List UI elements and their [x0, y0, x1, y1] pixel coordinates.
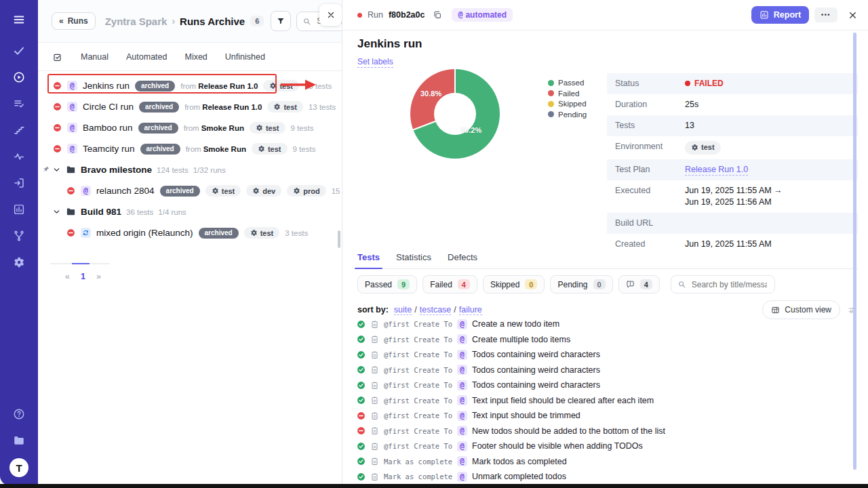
pagination-page-1[interactable]: 1 — [81, 272, 85, 281]
run-title[interactable]: Circle CI run — [83, 102, 134, 112]
legend-item-failed[interactable]: Failed — [548, 89, 587, 98]
tests-search-input[interactable] — [671, 275, 775, 293]
filter-failed-chip[interactable]: Failed4 — [422, 275, 477, 293]
test-title[interactable]: Unmark completed todos — [472, 472, 566, 481]
sidebar-item-list-check-icon[interactable] — [10, 95, 28, 113]
chevron-down-icon[interactable] — [52, 207, 61, 216]
automated-icon: @ — [67, 102, 77, 112]
runs-tab-manual[interactable]: Manual — [81, 52, 108, 62]
left-panel-scrollbar[interactable] — [338, 230, 340, 248]
run-row[interactable]: @Teamcity runarchivedfromSmoke Runtest9 … — [38, 138, 342, 159]
runs-tab-mixed[interactable]: Mixed — [184, 52, 207, 62]
sidebar-item-activity-icon[interactable] — [10, 148, 28, 165]
sidebar-item-import-icon[interactable] — [10, 174, 28, 192]
runs-tab-unfinished[interactable]: Unfinished — [225, 52, 265, 62]
milestone-row[interactable]: Bravo milestone124 tests1/32 runs — [38, 159, 342, 180]
pagination-next-button[interactable]: » — [96, 272, 101, 281]
sidebar-item-branch-icon[interactable] — [10, 227, 28, 245]
detail-tabs: TestsStatisticsDefects — [357, 252, 858, 269]
sidebar-item-bar-chart-icon[interactable] — [10, 201, 28, 218]
milestone-row[interactable]: Build 98136 tests1/4 runs — [38, 201, 342, 222]
filter-skipped-chip[interactable]: Skipped0 — [483, 275, 545, 293]
filter-comments-chip[interactable]: 4 — [618, 275, 660, 293]
test-row[interactable]: @first Create To...@Create a new todo it… — [353, 317, 856, 332]
sidebar-item-gear-icon[interactable] — [10, 253, 28, 271]
run-title: Jenkins run — [357, 37, 422, 51]
tab-statistics[interactable]: Statistics — [396, 252, 431, 262]
test-title[interactable]: Todos containing weird characters — [472, 350, 600, 359]
test-suite-label: @first Create To... — [384, 411, 452, 420]
run-row[interactable]: @Jenkins runarchivedfromRelease Run 1.0t… — [38, 75, 342, 96]
legend-item-skipped[interactable]: Skipped — [548, 100, 587, 108]
run-label: Run — [368, 10, 383, 20]
test-suite-label: @first Create To... — [384, 366, 452, 374]
more-actions-button[interactable]: ••• — [814, 7, 837, 22]
breadcrumb-project[interactable]: Zyntra Spark — [105, 16, 167, 27]
test-title[interactable]: Text input field should be cleared after… — [472, 396, 654, 405]
test-row[interactable]: @first Create To...@Todos containing wei… — [353, 347, 856, 363]
set-labels-link[interactable]: Set labels — [357, 57, 393, 68]
app-logo[interactable]: T — [9, 458, 28, 477]
run-title[interactable]: Bamboo run — [83, 123, 133, 133]
test-row[interactable]: Mark as complete...@Mark todos as comple… — [353, 454, 856, 470]
select-all-icon[interactable] — [52, 52, 63, 62]
runs-tab-automated[interactable]: Automated — [126, 52, 167, 62]
test-title[interactable]: New todos should be added to the bottom … — [472, 426, 665, 436]
test-title[interactable]: Create multiple todo items — [472, 335, 570, 344]
test-title[interactable]: Todos containing weird characters — [472, 380, 600, 390]
legend-item-passed[interactable]: Passed — [548, 79, 587, 87]
chevron-down-icon[interactable] — [52, 165, 61, 174]
sort-by-suite-link[interactable]: suite — [394, 305, 412, 315]
test-title[interactable]: Todos containing weird characters — [472, 365, 600, 375]
close-detail-button[interactable] — [848, 11, 857, 20]
test-row[interactable]: @first Create To...@Text input should be… — [353, 408, 856, 424]
sort-by-testcase-link[interactable]: testcase — [420, 305, 452, 315]
test-row[interactable]: @first Create To...@Create multiple todo… — [353, 332, 856, 348]
tab-tests[interactable]: Tests — [357, 252, 380, 262]
report-button[interactable]: Report — [751, 6, 809, 24]
test-title[interactable]: Footer should be visible when adding TOD… — [472, 441, 643, 451]
sort-by-failure-link[interactable]: failure — [459, 305, 482, 315]
sidebar-item-play-circle-icon[interactable] — [10, 68, 28, 86]
detail-row-executed: ExecutedJun 19, 2025 11:55 AM →Jun 19, 2… — [607, 180, 858, 213]
run-title[interactable]: Teamcity run — [83, 144, 135, 154]
test-title[interactable]: Text input should be trimmed — [472, 411, 580, 420]
run-row[interactable]: mixed origin (Relaunch)archivedtest3 tes… — [38, 222, 342, 243]
test-row[interactable]: @first Create To...@Todos containing wei… — [353, 378, 856, 393]
test-row[interactable]: @first Create To...@Footer should be vis… — [353, 439, 856, 454]
pagination-prev-button[interactable]: « — [65, 272, 70, 281]
automated-icon: @ — [457, 456, 467, 466]
sidebar-item-help-icon[interactable] — [10, 405, 28, 423]
filter-pending-chip[interactable]: Pending0 — [550, 275, 612, 293]
test-row[interactable]: @first Create To...@New todos should be … — [353, 424, 856, 439]
test-row[interactable]: @first Create To...@Text input field sho… — [353, 393, 856, 409]
run-title[interactable]: mixed origin (Relaunch) — [96, 228, 193, 238]
back-to-runs-button[interactable]: « Runs — [52, 12, 96, 30]
test-row[interactable]: @first Create To...@Todos containing wei… — [353, 363, 856, 378]
copy-icon[interactable] — [433, 10, 442, 20]
legend-item-pending[interactable]: Pending — [548, 110, 587, 119]
filter-button[interactable] — [271, 11, 291, 31]
sort-by-label: sort by: — [357, 305, 389, 314]
run-title[interactable]: Jenkins run — [83, 81, 130, 91]
run-row[interactable]: @Circle CI runarchivedfromRelease Run 1.… — [38, 96, 342, 117]
tests-search-field[interactable] — [690, 279, 768, 290]
filter-passed-chip[interactable]: Passed9 — [357, 275, 417, 293]
test-title[interactable]: Mark todos as completed — [472, 457, 567, 466]
sidebar-item-folder-icon[interactable] — [10, 432, 28, 449]
sidebar-item-menu-icon[interactable] — [10, 11, 28, 28]
test-title[interactable]: Create a new todo item — [472, 319, 559, 329]
run-row[interactable]: @Bamboo runarchivedfromSmoke Runtest9 te… — [38, 117, 342, 138]
close-panel-button[interactable] — [319, 4, 342, 26]
env-badge-test: test — [250, 122, 285, 134]
tab-defects[interactable]: Defects — [448, 252, 477, 262]
sidebar-item-check-icon[interactable] — [10, 42, 28, 60]
test-plan-link[interactable]: Release Run 1.0 — [685, 165, 748, 176]
run-tests-count: 9 tests — [293, 145, 316, 153]
run-title[interactable]: relaunch 2804 — [96, 186, 155, 196]
sidebar-item-steps-icon[interactable] — [10, 121, 28, 139]
archived-badge: archived — [139, 102, 179, 113]
detail-panel-scrollbar[interactable] — [853, 33, 856, 470]
test-row[interactable]: Mark as complete...@Unmark completed tod… — [353, 469, 856, 485]
run-row[interactable]: @relaunch 2804archivedtestdevprod15 test… — [38, 180, 342, 201]
